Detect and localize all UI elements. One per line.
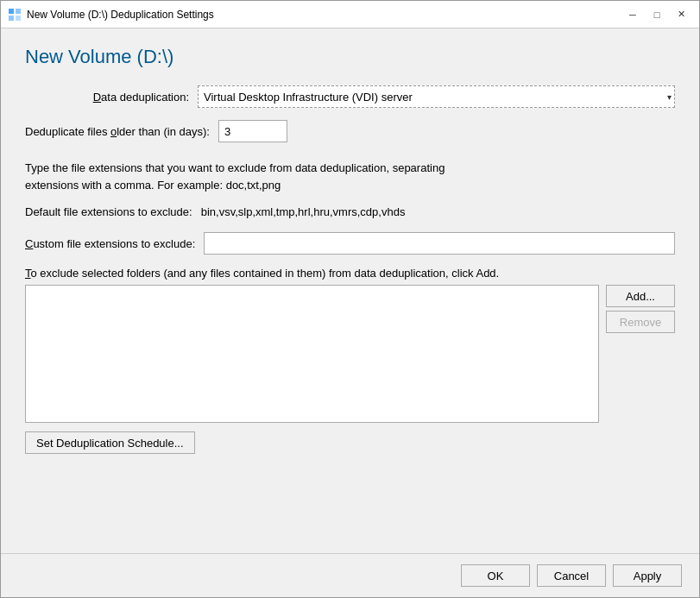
title-bar: New Volume (D:\) Deduplication Settings …: [1, 1, 699, 28]
data-deduplication-select[interactable]: General purpose file server Virtual Desk…: [198, 85, 675, 108]
description-text: Type the file extensions that you want t…: [25, 160, 675, 193]
custom-underline: C: [25, 237, 33, 250]
page-title: New Volume (D:\): [25, 46, 675, 68]
data-deduplication-select-container: General purpose file server Virtual Desk…: [198, 85, 675, 108]
schedule-button[interactable]: Set Deduplication Schedule...: [25, 431, 195, 454]
older-than-input[interactable]: [218, 120, 287, 142]
dedup-label-text: ata deduplication:: [101, 91, 189, 104]
custom-ext-label: Custom file extensions to exclude:: [25, 237, 204, 250]
close-button[interactable]: ✕: [670, 6, 692, 23]
dedup-label-underline: D: [93, 91, 101, 104]
custom-ext-label-text: ustom file extensions to exclude:: [33, 237, 195, 250]
data-deduplication-row: Data deduplication: General purpose file…: [25, 85, 675, 108]
add-button[interactable]: Add...: [606, 285, 675, 307]
folder-section-label: To exclude selected folders (and any fil…: [25, 267, 675, 280]
svg-rect-0: [9, 9, 14, 14]
description-line2: extensions with a comma. For example: do…: [25, 179, 281, 192]
custom-extensions-row: Custom file extensions to exclude:: [25, 232, 675, 255]
data-deduplication-label: Data deduplication:: [25, 91, 198, 104]
custom-extensions-input[interactable]: [204, 232, 675, 255]
default-ext-label: Default file extensions to exclude:: [25, 205, 201, 218]
schedule-section: Set Deduplication Schedule...: [25, 431, 675, 454]
folder-section: Add... Remove: [25, 285, 675, 423]
description-line1: Type the file extensions that you want t…: [25, 161, 445, 174]
title-bar-text: New Volume (D:\) Deduplication Settings: [27, 9, 621, 21]
app-icon: [8, 8, 22, 22]
svg-rect-2: [9, 16, 14, 21]
title-bar-controls: ─ □ ✕: [621, 6, 692, 23]
older-than-row: Deduplicate files older than (in days):: [25, 120, 675, 142]
older-than-label-text2: lder than (in days):: [117, 125, 210, 138]
default-extensions-row: Default file extensions to exclude: bin,…: [25, 205, 675, 218]
minimize-button[interactable]: ─: [621, 6, 644, 23]
dialog-window: New Volume (D:\) Deduplication Settings …: [0, 0, 700, 598]
dialog-footer: OK Cancel Apply: [1, 553, 699, 597]
remove-button[interactable]: Remove: [606, 311, 675, 333]
cancel-button[interactable]: Cancel: [537, 564, 606, 587]
folder-label-text: o exclude selected folders (and any file…: [31, 267, 500, 280]
svg-rect-3: [16, 16, 21, 21]
ok-button[interactable]: OK: [461, 564, 530, 587]
dialog-body: New Volume (D:\) Data deduplication: Gen…: [1, 28, 699, 553]
older-than-label: Deduplicate files older than (in days):: [25, 125, 218, 138]
folder-listbox[interactable]: [25, 285, 599, 423]
default-ext-value: bin,vsv,slp,xml,tmp,hrl,hru,vmrs,cdp,vhd…: [201, 205, 675, 218]
folder-buttons: Add... Remove: [606, 285, 675, 333]
older-than-label-text1: Deduplicate files: [25, 125, 110, 138]
svg-rect-1: [16, 9, 21, 14]
apply-button[interactable]: Apply: [613, 564, 682, 587]
maximize-button[interactable]: □: [646, 6, 668, 23]
